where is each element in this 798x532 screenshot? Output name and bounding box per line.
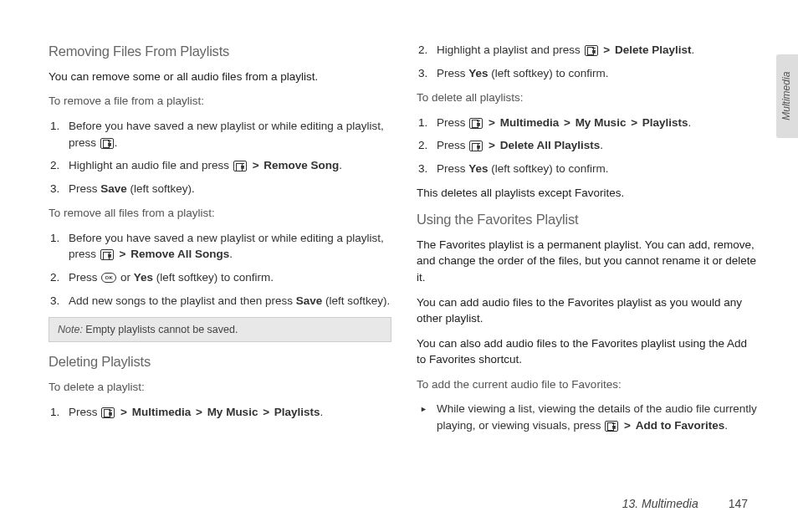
text: . <box>600 139 603 151</box>
text: . <box>320 406 324 418</box>
list-item: Press > Delete All Playlists. <box>417 137 760 154</box>
text: . <box>692 43 695 56</box>
paragraph: You can remove some or all audio files f… <box>49 69 391 85</box>
text: . <box>229 248 233 260</box>
separator: > <box>194 406 204 418</box>
list-item: Press OK or Yes (left softkey) to confir… <box>49 269 391 286</box>
paragraph: This deletes all playlists except Favori… <box>417 185 760 202</box>
paragraph: The Favorites playlist is a permanent pl… <box>417 237 760 286</box>
text: . <box>339 159 342 171</box>
list-item: Press Yes (left softkey) to confirm. <box>417 65 760 82</box>
list-item: Before you have saved a new playlist or … <box>49 118 391 151</box>
menu-path: Playlists <box>274 406 320 418</box>
procedure-intro: To remove all files from a playlist: <box>49 205 391 222</box>
note-label: Note: <box>58 324 83 335</box>
list-item: Press Yes (left softkey) to confirm. <box>417 161 760 177</box>
menu-key-icon <box>101 407 115 418</box>
text: Press <box>69 182 100 195</box>
menu-path: Add to Favorites <box>636 419 725 432</box>
separator: > <box>251 159 261 171</box>
softkey-label: Yes <box>468 67 488 79</box>
text: or <box>117 271 134 284</box>
menu-path: My Music <box>575 116 627 129</box>
ordered-list: Press > Multimedia > My Music > Playlist… <box>417 115 760 177</box>
text: (left softkey). <box>322 294 390 307</box>
separator: > <box>261 406 271 418</box>
section-tab: Multimedia <box>776 54 798 138</box>
heading-removing-files: Removing Files From Playlists <box>49 42 391 62</box>
text: Press <box>69 271 100 284</box>
section-tab-label: Multimedia <box>780 72 794 120</box>
text: . <box>688 116 692 129</box>
text: . <box>724 419 728 432</box>
separator: > <box>487 139 497 151</box>
separator: > <box>487 116 497 129</box>
note-text: Empty playlists cannot be saved. <box>83 324 238 335</box>
menu-path: Multimedia <box>132 406 192 418</box>
separator: > <box>119 406 129 418</box>
chapter-label: 13. Multimedia <box>622 497 698 510</box>
ok-key-icon: OK <box>101 273 116 283</box>
softkey-label: Save <box>296 294 323 307</box>
separator: > <box>601 43 611 56</box>
list-item: Press > Multimedia > My Music > Playlist… <box>417 115 760 131</box>
heading-deleting-playlists: Deleting Playlists <box>49 352 391 372</box>
text: Highlight a playlist and press <box>437 43 584 56</box>
menu-key-icon <box>469 141 483 151</box>
ordered-list: Press > Multimedia > My Music > Playlist… <box>49 404 391 421</box>
list-item: Add new songs to the playlist and then p… <box>49 293 391 309</box>
bullet-list: While viewing a list, viewing the detail… <box>417 401 760 433</box>
note-box: Note: Empty playlists cannot be saved. <box>49 317 391 342</box>
right-column: Highlight a playlist and press > Delete … <box>417 42 760 442</box>
list-item: Press Save (left softkey). <box>49 181 391 197</box>
menu-key-icon <box>585 45 598 56</box>
procedure-intro: To delete a playlist: <box>49 379 391 396</box>
page-content: Removing Files From Playlists You can re… <box>0 0 798 458</box>
softkey-label: Yes <box>134 271 153 284</box>
menu-key-icon <box>605 421 618 432</box>
page-number: 147 <box>729 497 748 510</box>
procedure-intro: To delete all playlists: <box>417 90 760 106</box>
ordered-list: Before you have saved a new playlist or … <box>49 118 391 197</box>
paragraph: You can also add audio files to the Favo… <box>417 335 760 368</box>
text: (left softkey) to confirm. <box>489 162 609 175</box>
ordered-list: Highlight a playlist and press > Delete … <box>417 42 760 81</box>
menu-path: Playlists <box>642 116 688 129</box>
text: Highlight an audio file and press <box>69 159 233 171</box>
list-item: Before you have saved a new playlist or … <box>49 230 391 263</box>
menu-path: Multimedia <box>500 116 560 129</box>
procedure-intro: To remove a file from a playlist: <box>49 93 391 110</box>
list-item: Highlight a playlist and press > Delete … <box>417 42 760 59</box>
menu-key-icon <box>100 249 114 260</box>
list-item: Press > Multimedia > My Music > Playlist… <box>49 404 391 421</box>
procedure-intro: To add the current audio file to Favorit… <box>417 376 760 393</box>
heading-favorites: Using the Favorites Playlist <box>417 210 760 230</box>
menu-key-icon <box>233 161 247 171</box>
list-item: Highlight an audio file and press > Remo… <box>49 157 391 174</box>
text: Add new songs to the playlist and then p… <box>69 294 296 307</box>
text: Press <box>437 116 468 129</box>
left-column: Removing Files From Playlists You can re… <box>49 42 391 442</box>
softkey-label: Yes <box>468 162 488 175</box>
separator: > <box>629 116 639 129</box>
text: Press <box>437 162 468 175</box>
text: (left softkey). <box>127 182 195 195</box>
menu-key-icon <box>469 118 483 129</box>
text: . <box>115 136 118 149</box>
list-item: While viewing a list, viewing the detail… <box>417 401 760 433</box>
menu-key-icon <box>100 138 114 149</box>
softkey-label: Save <box>100 182 127 195</box>
menu-path: My Music <box>207 406 258 418</box>
menu-path: Remove Song <box>263 159 339 171</box>
paragraph: You can add audio files to the Favorites… <box>417 294 760 327</box>
text: Press <box>437 139 468 151</box>
separator: > <box>118 248 128 260</box>
text: (left softkey) to confirm. <box>153 271 274 284</box>
page-footer: 13. Multimedia 147 <box>622 495 748 512</box>
ordered-list: Before you have saved a new playlist or … <box>49 230 391 309</box>
separator: > <box>562 116 572 129</box>
text: Press <box>437 67 468 79</box>
text: (left softkey) to confirm. <box>489 67 609 79</box>
text: Press <box>69 406 100 418</box>
menu-path: Remove All Songs <box>130 248 229 260</box>
